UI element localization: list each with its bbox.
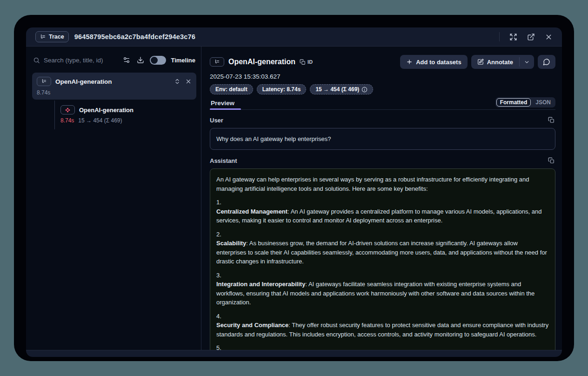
- expand-fullscreen-button[interactable]: [508, 32, 518, 42]
- user-section-title: User: [210, 117, 223, 124]
- list-tree-icon: [40, 34, 46, 40]
- comment-bubble-icon: [543, 58, 550, 66]
- copy-icon: [300, 59, 306, 65]
- unfold-vertical-icon: [174, 78, 180, 85]
- expand-icon: [509, 33, 517, 41]
- assistant-message-section: Assistant An AI gateway can help enterpr…: [210, 156, 555, 350]
- annotate-dropdown-button[interactable]: [520, 55, 534, 69]
- assistant-list-item: 1.Centralized Management: An AI gateway …: [216, 198, 549, 225]
- assistant-list-item: 4.Security and Compliance: They offer ro…: [216, 312, 549, 339]
- toggle-knob: [151, 57, 158, 64]
- observation-type-badge: [210, 57, 224, 67]
- user-message-text: Why does an AI gateway help enterprises?: [216, 135, 331, 142]
- tree-item-generation[interactable]: OpenAI-generation 8.74s 15 → 454 (Σ 469): [60, 105, 196, 124]
- tree-guide-line: [54, 101, 55, 129]
- user-message-section: User Why does an AI gateway help enterpr…: [210, 115, 555, 150]
- timeline-toggle[interactable]: [150, 56, 166, 65]
- close-button[interactable]: [544, 32, 554, 42]
- tree-child-tokens: 15 → 454 (Σ 469): [78, 117, 122, 124]
- assistant-list-item: 2.Scalability: As businesses grow, the d…: [216, 230, 549, 266]
- sidebar-toolbar: Timeline: [32, 52, 196, 68]
- id-label: ID: [307, 59, 313, 65]
- generation-icon: [65, 107, 71, 113]
- trace-badge-label: Trace: [49, 34, 64, 40]
- trace-tree-sidebar: Timeline OpenAI-generation: [26, 47, 201, 350]
- close-icon: [545, 33, 553, 41]
- comments-button[interactable]: [538, 55, 555, 69]
- topbar-divider: [499, 32, 500, 41]
- download-icon: [137, 56, 144, 64]
- copy-id-button[interactable]: ID: [300, 59, 313, 65]
- copy-assistant-message-button[interactable]: [547, 156, 555, 165]
- copy-user-message-button[interactable]: [547, 116, 555, 124]
- format-toggle-formatted[interactable]: Formatted: [496, 98, 531, 107]
- search-icon: [33, 57, 40, 64]
- user-message-box: Why does an AI gateway help enterprises?: [210, 128, 555, 150]
- assistant-intro: An AI gateway can help enterprises in se…: [216, 175, 549, 193]
- metadata-badges: Env: default Latency: 8.74s 15 → 454 (Σ …: [210, 84, 555, 94]
- plus-icon: [406, 59, 413, 65]
- annotate-split-button: Annotate: [471, 55, 534, 69]
- open-in-new-tab-button[interactable]: [526, 32, 536, 42]
- generation-node-badge: [60, 105, 75, 114]
- assistant-section-title: Assistant: [210, 157, 237, 164]
- observation-header: OpenAI-generation ID Add to datasets: [210, 55, 555, 69]
- edit-square-icon: [477, 59, 484, 65]
- trace-content: Timeline OpenAI-generation: [26, 47, 562, 350]
- tree-child-label: OpenAI-generation: [79, 107, 134, 114]
- search-box: [33, 57, 117, 64]
- chevron-down-icon: [524, 59, 530, 65]
- observation-title: OpenAI-generation: [228, 58, 295, 66]
- tree-item-trace-root[interactable]: OpenAI-generation 8.74s: [32, 73, 196, 100]
- assistant-list-item: 5.: [216, 343, 549, 350]
- observation-actions: Add to datasets Annotate: [400, 55, 555, 69]
- tree-children: OpenAI-generation 8.74s 15 → 454 (Σ 469): [32, 100, 196, 124]
- search-input[interactable]: [44, 57, 117, 64]
- token-usage-badge: 15 → 454 (Σ 469): [310, 84, 373, 94]
- collapse-x-icon: [185, 78, 192, 85]
- add-to-datasets-button[interactable]: Add to datasets: [400, 55, 468, 69]
- tree-root-label: OpenAI-generation: [55, 78, 112, 85]
- trace-topbar: Trace 96458795ebc6a2c7ba4fdcef294e3c76: [26, 27, 562, 47]
- info-icon[interactable]: [361, 87, 368, 93]
- expand-all-button[interactable]: [174, 78, 180, 85]
- list-tree-icon: [41, 79, 47, 84]
- trace-node-badge: [37, 77, 51, 86]
- external-link-icon: [527, 33, 535, 41]
- tree-root-duration: 8.74s: [37, 89, 50, 96]
- detail-tabs: Preview Formatted JSON: [210, 97, 555, 110]
- format-toggle-json[interactable]: JSON: [532, 98, 555, 107]
- trace-id: 96458795ebc6a2c7ba4fdcef294e3c76: [74, 33, 195, 40]
- tab-preview[interactable]: Preview: [210, 100, 236, 109]
- observation-timestamp: 2025-07-23 15:35:03.627: [210, 73, 555, 80]
- trace-type-badge: Trace: [35, 31, 69, 42]
- copy-icon: [548, 117, 555, 123]
- tree-child-duration: 8.74s: [60, 117, 74, 124]
- download-button[interactable]: [136, 55, 145, 65]
- annotate-button[interactable]: Annotate: [471, 55, 519, 69]
- assistant-list-item: 3.Integration and Interoperability: AI g…: [216, 271, 549, 307]
- view-settings-button[interactable]: [122, 55, 131, 65]
- collapse-all-button[interactable]: [185, 78, 192, 85]
- topbar-actions: [499, 32, 554, 42]
- list-tree-icon: [214, 59, 220, 65]
- timeline-toggle-label: Timeline: [171, 57, 195, 64]
- trace-detail-window: Trace 96458795ebc6a2c7ba4fdcef294e3c76: [26, 27, 562, 357]
- observation-detail-panel: OpenAI-generation ID Add to datasets: [201, 47, 562, 350]
- latency-badge: Latency: 8.74s: [257, 84, 307, 94]
- sliders-icon: [123, 56, 130, 64]
- format-toggle-group: Formatted JSON: [495, 97, 555, 107]
- observation-tree: OpenAI-generation 8.74s: [32, 73, 196, 124]
- copy-icon: [548, 157, 555, 164]
- env-badge: Env: default: [210, 84, 253, 94]
- assistant-message-box: An AI gateway can help enterprises in se…: [210, 168, 555, 350]
